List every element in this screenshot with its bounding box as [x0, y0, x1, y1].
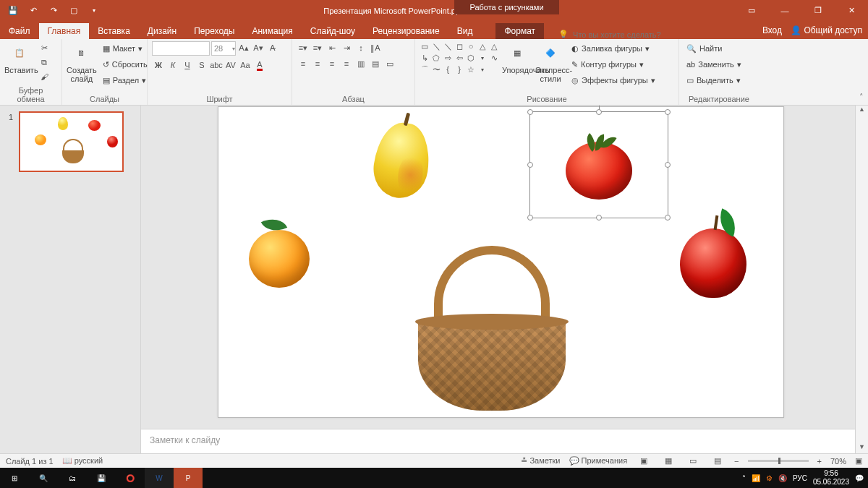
font-color-icon[interactable]: A: [253, 59, 266, 72]
align-text-icon[interactable]: ▤: [369, 57, 382, 70]
tab-file[interactable]: Файл: [0, 23, 39, 39]
share-button[interactable]: 👤 Общий доступ: [791, 25, 862, 35]
zoom-slider[interactable]: [748, 460, 809, 462]
sign-in-button[interactable]: Вход: [762, 25, 782, 35]
tab-design[interactable]: Дизайн: [139, 23, 185, 39]
tab-home[interactable]: Главная: [39, 23, 90, 39]
new-slide-button[interactable]: 🗎 Создать слайд: [67, 41, 97, 83]
search-icon[interactable]: 🔍: [29, 468, 58, 488]
security-icon[interactable]: ⚙: [766, 474, 773, 482]
copy-icon[interactable]: ⧉: [38, 56, 51, 69]
decrease-font-icon[interactable]: A▾: [252, 41, 265, 54]
resize-handle-n[interactable]: [596, 109, 602, 115]
replace-button[interactable]: ab Заменить ▾: [684, 57, 744, 72]
section-button[interactable]: ▤ Раздел ▾: [100, 73, 150, 87]
arrange-button[interactable]: ▦ Упорядочить: [502, 41, 532, 74]
start-from-beginning-icon[interactable]: ▢: [65, 2, 82, 20]
tab-slideshow[interactable]: Слайд-шоу: [302, 23, 364, 39]
zoom-level[interactable]: 70%: [830, 457, 846, 466]
resize-handle-w[interactable]: [527, 162, 533, 168]
slide-editor[interactable]: [141, 106, 855, 453]
qat-customize-icon[interactable]: ▾: [85, 2, 103, 20]
image-orange[interactable]: [249, 230, 310, 288]
layout-button[interactable]: ▦ Макет ▾: [100, 41, 150, 56]
resize-handle-s[interactable]: [596, 215, 602, 221]
shape-effects-button[interactable]: ◎ Эффекты фигуры ▾: [569, 73, 658, 87]
tray-chevron-icon[interactable]: ˄: [742, 474, 746, 482]
vertical-scrollbar[interactable]: ▲ ▼: [855, 106, 868, 453]
powerpoint-app-icon[interactable]: P: [174, 468, 203, 488]
yandex-browser-icon[interactable]: ⭕: [116, 468, 145, 488]
status-notes-button[interactable]: ≛ Заметки: [521, 456, 560, 466]
increase-font-icon[interactable]: A▴: [237, 41, 250, 54]
align-left-icon[interactable]: ≡: [297, 57, 310, 70]
slide-thumbnails-panel[interactable]: 1: [0, 106, 141, 453]
ribbon-display-options-icon[interactable]: ▭: [735, 0, 768, 21]
close-icon[interactable]: ✕: [835, 0, 868, 21]
undo-icon[interactable]: ↶: [25, 2, 42, 20]
save-icon[interactable]: 💾: [4, 2, 22, 20]
select-button[interactable]: ▭ Выделить ▾: [684, 73, 744, 87]
tell-me-input[interactable]: [573, 30, 718, 39]
reading-view-icon[interactable]: ▭: [685, 455, 701, 468]
tab-format[interactable]: Формат: [495, 23, 544, 39]
image-pear[interactable]: [375, 123, 429, 198]
font-name-input[interactable]: [152, 41, 210, 56]
resize-handle-nw[interactable]: [527, 109, 533, 115]
resize-handle-sw[interactable]: [527, 215, 533, 221]
justify-icon[interactable]: ≡: [340, 57, 353, 70]
tab-transitions[interactable]: Переходы: [185, 23, 243, 39]
tab-insert[interactable]: Вставка: [89, 23, 139, 39]
reset-button[interactable]: ↺ Сбросить: [100, 57, 150, 72]
floppy-app-icon[interactable]: 💾: [87, 468, 116, 488]
decrease-indent-icon[interactable]: ⇤: [326, 41, 339, 54]
smartart-icon[interactable]: ▭: [383, 57, 396, 70]
action-center-icon[interactable]: 💬: [855, 474, 864, 482]
quick-styles-button[interactable]: 🔷 Экспресс- стили: [535, 41, 566, 83]
minimize-icon[interactable]: —: [768, 0, 801, 21]
resize-handle-se[interactable]: [665, 215, 671, 221]
tab-view[interactable]: Вид: [448, 23, 482, 39]
image-tomato[interactable]: [566, 142, 632, 200]
slide-thumbnail-1[interactable]: 1: [19, 111, 124, 172]
image-apple[interactable]: [680, 228, 746, 298]
tab-review[interactable]: Рецензирование: [364, 23, 448, 39]
image-basket[interactable]: [418, 321, 566, 411]
find-button[interactable]: 🔍 Найти: [684, 41, 744, 56]
columns-icon[interactable]: ▥: [354, 57, 367, 70]
strike-button[interactable]: S: [195, 59, 208, 72]
notes-pane[interactable]: Заметки к слайду: [141, 429, 855, 453]
slide-canvas[interactable]: [218, 106, 784, 418]
format-painter-icon[interactable]: 🖌: [38, 70, 51, 83]
status-comments-button[interactable]: 💬 Примечания: [569, 456, 628, 466]
zoom-in-icon[interactable]: +: [817, 457, 822, 466]
bold-button[interactable]: Ж: [152, 59, 165, 72]
slide-sorter-view-icon[interactable]: ▦: [660, 455, 676, 468]
tell-me-search[interactable]: 💡: [558, 30, 718, 39]
increase-indent-icon[interactable]: ⇥: [340, 41, 353, 54]
system-clock[interactable]: 9:56 05.06.2023: [813, 469, 849, 487]
collapse-ribbon-icon[interactable]: ˄: [859, 93, 864, 102]
italic-button[interactable]: К: [166, 59, 179, 72]
resize-handle-e[interactable]: [665, 162, 671, 168]
scroll-down-icon[interactable]: ▼: [859, 443, 865, 450]
paste-button[interactable]: 📋 Вставить: [4, 41, 35, 74]
start-button-icon[interactable]: ⊞: [0, 468, 29, 488]
align-center-icon[interactable]: ≡: [311, 57, 324, 70]
underline-button[interactable]: Ч: [181, 59, 194, 72]
text-direction-icon[interactable]: ‖A: [369, 41, 382, 54]
line-spacing-icon[interactable]: ↕: [354, 41, 367, 54]
volume-mute-icon[interactable]: 🔇: [778, 474, 787, 482]
wifi-icon[interactable]: 📶: [752, 474, 760, 482]
align-right-icon[interactable]: ≡: [326, 57, 339, 70]
status-language[interactable]: 📖 русский: [62, 456, 103, 466]
clear-formatting-icon[interactable]: A̶: [266, 41, 279, 54]
numbering-icon[interactable]: ≡▾: [311, 41, 324, 54]
shapes-gallery[interactable]: ▭＼＼◻○△ △↳⬠⇨⇦⬡▾ ∿⌒〜{}☆▾: [420, 41, 499, 74]
text-highlight-icon[interactable]: AV: [224, 59, 237, 72]
shape-outline-button[interactable]: ✎ Контур фигуры ▾: [569, 57, 658, 72]
zoom-out-icon[interactable]: −: [734, 457, 739, 466]
bullets-icon[interactable]: ≡▾: [297, 41, 310, 54]
word-app-icon[interactable]: W: [145, 468, 174, 488]
maximize-icon[interactable]: ❐: [801, 0, 835, 21]
